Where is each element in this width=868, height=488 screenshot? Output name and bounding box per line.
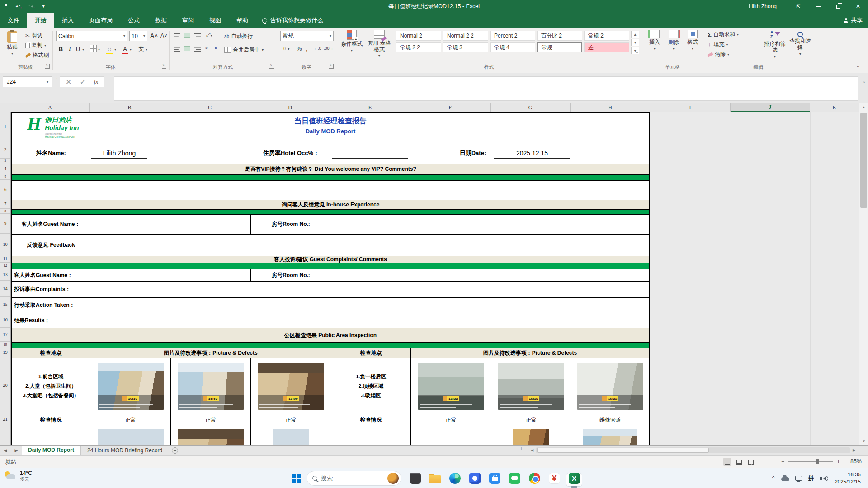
status-g21[interactable]: 正常 bbox=[491, 414, 571, 426]
share-button[interactable]: 共享 bbox=[844, 13, 863, 28]
inspection-photo-7[interactable] bbox=[98, 429, 164, 445]
format-cells-button[interactable]: 格式 ▾ bbox=[684, 30, 702, 62]
collapse-ribbon-icon[interactable]: ⌃ bbox=[856, 65, 860, 70]
formula-input[interactable] bbox=[114, 76, 858, 101]
inspection-photo-1[interactable]: 16:10 bbox=[98, 363, 164, 410]
inspection-photo-11[interactable] bbox=[583, 429, 637, 445]
action-input-cell[interactable] bbox=[90, 298, 649, 313]
restore-button[interactable] bbox=[828, 0, 848, 13]
style-changgui2[interactable]: 常规 2 bbox=[584, 31, 629, 41]
style-changgui22[interactable]: 常规 2 2 bbox=[396, 42, 441, 52]
insert-cells-button[interactable]: 插入 ▾ bbox=[646, 30, 664, 62]
tab-page-layout[interactable]: 页面布局 bbox=[81, 13, 120, 28]
tab-help[interactable]: 帮助 bbox=[229, 13, 256, 28]
taskbar-weather-widget[interactable]: 14°C 多云 bbox=[5, 470, 32, 483]
ime-indicator[interactable]: 拼 bbox=[808, 474, 814, 483]
photo-cell-f20[interactable]: 16:22 bbox=[411, 358, 491, 414]
phonetic-dropdown[interactable]: ▾ bbox=[146, 48, 147, 52]
clipboard-dialog-launcher[interactable] bbox=[45, 64, 50, 69]
minimize-button[interactable] bbox=[808, 0, 828, 13]
tab-data[interactable]: 数据 bbox=[147, 13, 175, 28]
row-header-9[interactable]: 9 bbox=[0, 214, 10, 234]
results-input-cell[interactable] bbox=[90, 313, 649, 328]
style-changgui3[interactable]: 常规 3 bbox=[443, 42, 488, 52]
font-dialog-launcher[interactable] bbox=[162, 64, 166, 69]
row-header-10[interactable]: 10 bbox=[0, 234, 10, 255]
styles-gallery-up[interactable]: ▲ bbox=[631, 31, 639, 38]
currency-format-icon[interactable]: 🄀▾ bbox=[282, 45, 289, 52]
align-top-icon[interactable] bbox=[174, 33, 180, 38]
photo-cell-h20[interactable]: 16:22 bbox=[571, 358, 649, 414]
style-normal22[interactable]: Normal 2 2 bbox=[443, 31, 488, 41]
complaints-room-no-input[interactable] bbox=[331, 269, 649, 281]
sheet-nav-right-icon[interactable]: ▶ bbox=[11, 446, 22, 455]
section-inhouse-header[interactable]: 询问客人反馈意见 In-house Experience bbox=[12, 200, 649, 210]
guest-name-input-cell[interactable] bbox=[90, 215, 251, 234]
find-select-button[interactable]: 查找和选择 ▾ bbox=[788, 30, 813, 62]
photo-cell-c20[interactable]: 15:53 bbox=[171, 358, 251, 414]
row-results[interactable]: 结果Results： bbox=[12, 313, 649, 328]
tell-me-box[interactable]: 告诉我你想要做什么 bbox=[256, 13, 330, 28]
inspection-photo-3[interactable]: 16:09 bbox=[258, 363, 324, 410]
zoom-slider-thumb[interactable] bbox=[816, 459, 819, 464]
font-name-combo[interactable]: Calibri▾ bbox=[56, 31, 127, 41]
align-bottom-icon[interactable] bbox=[194, 33, 201, 38]
tab-formulas[interactable]: 公式 bbox=[120, 13, 147, 28]
scroll-left-icon[interactable]: ◀ bbox=[528, 448, 536, 452]
name-box[interactable]: J24▾ bbox=[3, 76, 52, 87]
photo-cell-d22[interactable] bbox=[251, 426, 331, 445]
status-b21[interactable]: 正常 bbox=[90, 414, 171, 426]
inspection-photo-9[interactable] bbox=[273, 429, 309, 445]
horizontal-scroll-thumb[interactable] bbox=[537, 448, 709, 453]
inspection-photo-2[interactable]: 15:53 bbox=[178, 363, 244, 410]
taskbar-app-dark[interactable] bbox=[406, 472, 424, 485]
comma-format-icon[interactable]: , bbox=[306, 44, 307, 52]
format-as-table-button[interactable]: 套用 表格格式 ▾ bbox=[366, 30, 392, 62]
section-complaints-header[interactable]: 客人投诉/建议 Guest Complaints/ Comments bbox=[12, 256, 649, 263]
row-header-5[interactable]: 5 bbox=[0, 174, 10, 180]
column-header-b[interactable]: B bbox=[90, 103, 170, 112]
row-photos-2[interactable] bbox=[12, 426, 649, 445]
row-complaints[interactable]: 投诉事由Complaints： bbox=[12, 282, 649, 298]
row-photos[interactable]: 1.前台区域 2.大堂（包括卫生间） 3.大堂吧（包括备餐间） 16:10 15… bbox=[12, 358, 649, 414]
row-header-4[interactable]: 4 bbox=[0, 163, 10, 174]
styles-gallery-more[interactable]: ▼̲ bbox=[631, 47, 639, 54]
taskbar-file-explorer-icon[interactable] bbox=[426, 472, 444, 485]
underline-button[interactable]: U bbox=[74, 44, 82, 53]
number-format-combo[interactable]: 常规▾ bbox=[280, 31, 334, 41]
taskbar-edge-icon[interactable] bbox=[446, 472, 464, 485]
status-c21[interactable]: 正常 bbox=[171, 414, 251, 426]
vertical-scroll-thumb[interactable] bbox=[860, 113, 867, 208]
delete-cells-button[interactable]: 删除 ▾ bbox=[665, 30, 683, 62]
column-header-c[interactable]: C bbox=[170, 103, 250, 112]
horizontal-scrollbar[interactable]: ◀ ▶ bbox=[528, 446, 858, 454]
worksheet-grey-area[interactable] bbox=[650, 112, 859, 445]
zoom-out-icon[interactable]: − bbox=[781, 458, 784, 465]
complaints-guest-name-input[interactable] bbox=[90, 269, 251, 281]
column-header-a[interactable]: A bbox=[11, 103, 90, 112]
new-sheet-button[interactable]: + bbox=[169, 446, 181, 455]
paste-button[interactable]: 粘贴 ▾ bbox=[2, 30, 23, 62]
taskbar-chrome-icon[interactable] bbox=[525, 472, 543, 485]
format-painter-button[interactable]: 格式刷 bbox=[25, 52, 49, 59]
percent-format-icon[interactable]: % bbox=[297, 45, 302, 52]
number-dialog-launcher[interactable] bbox=[329, 64, 334, 69]
room-no-input-cell[interactable] bbox=[331, 215, 649, 234]
borders-dropdown[interactable]: ▾ bbox=[98, 48, 100, 52]
tray-chevron-up-icon[interactable]: ⌃ bbox=[771, 475, 775, 482]
sheet-tab-daily-mod-report[interactable]: Daily MOD Report bbox=[22, 446, 81, 455]
scroll-right-icon[interactable]: ▶ bbox=[850, 448, 858, 452]
tray-display-icon[interactable] bbox=[795, 476, 802, 481]
page-break-view-icon[interactable] bbox=[747, 458, 755, 466]
sheet-nav-left-icon[interactable]: ◀ bbox=[0, 446, 11, 455]
alignment-dialog-launcher[interactable] bbox=[269, 64, 274, 69]
row-guest-1[interactable]: 客人姓名Guest Name： 房号Room No.: bbox=[12, 215, 649, 235]
scroll-up-icon[interactable]: ▲ bbox=[859, 103, 868, 111]
photo-cell-b20[interactable]: 16:10 bbox=[90, 358, 171, 414]
inspection-photo-5[interactable]: 16:18 bbox=[498, 363, 564, 410]
scroll-down-icon[interactable]: ▼ bbox=[859, 437, 868, 445]
row-header-11[interactable]: 11 bbox=[0, 255, 10, 263]
row-header-15[interactable]: 15 bbox=[0, 297, 10, 312]
align-left-icon[interactable] bbox=[174, 47, 180, 52]
style-percent2[interactable]: Percent 2 bbox=[490, 31, 535, 41]
